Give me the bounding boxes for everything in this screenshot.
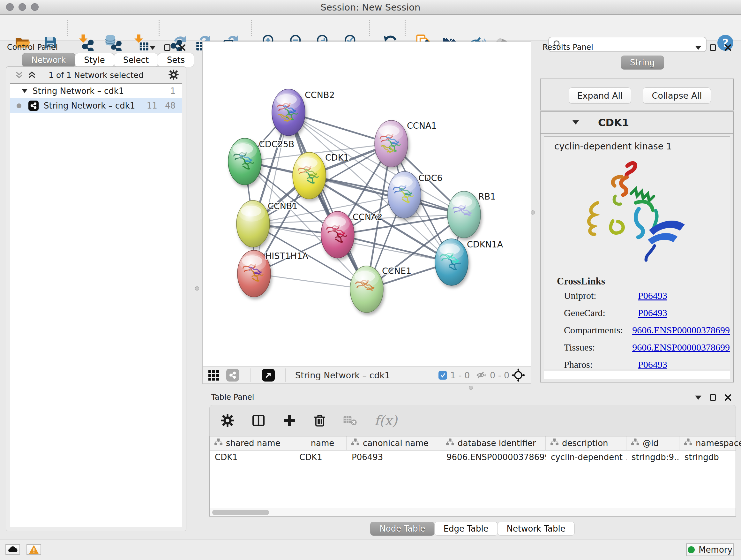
tab-network-table[interactable]: Network Table [497,522,575,536]
crosslink-row: GeneCard:P06493 [564,307,730,318]
selected-checkbox[interactable] [439,369,447,381]
node-CDKN1A[interactable] [435,239,468,286]
column-header-shared-name[interactable]: shared name [210,436,294,450]
tab-network[interactable]: Network [22,53,75,67]
tab-select[interactable]: Select [114,53,158,67]
cloud-button[interactable] [5,544,20,555]
node-label-CCNB1: CCNB1 [268,201,298,211]
crosslink-value-link[interactable]: 9606.ENSP00000378699 [632,342,730,353]
selected-count: 1 - 0 [450,370,470,380]
node-label-CDC6: CDC6 [418,173,443,183]
show-columns-icon[interactable] [251,414,266,428]
panel-menu-icon[interactable] [695,46,701,50]
float-panel-icon[interactable] [164,44,171,51]
float-panel-icon[interactable] [710,394,716,401]
crosslink-value-link[interactable]: P06493 [638,307,667,318]
function-builder-icon[interactable]: f(x) [374,413,397,428]
column-header-canonical-name[interactable]: canonical name [347,436,441,450]
gear-icon[interactable] [168,69,179,80]
table-cell: CDK1 [210,450,294,464]
close-panel-icon[interactable] [179,44,186,51]
edge-CCNB2-HIST1H1A[interactable] [254,112,288,273]
hidden-eye-icon[interactable] [476,369,487,381]
column-header--id[interactable]: @id [626,436,679,450]
crosslink-row: Pharos:P06493 [564,359,730,369]
tab-node-table[interactable]: Node Table [370,522,434,536]
warning-button[interactable] [26,544,41,555]
collection-expand-icon[interactable] [22,89,27,93]
expand-all-button[interactable]: Expand All [569,87,631,104]
table-cell: P06493 [347,450,441,464]
network-row-selected[interactable]: String Network – cdk1 11 48 [10,98,182,113]
tab-style[interactable]: Style [75,53,114,67]
crosslink-row: Tissues:9606.ENSP00000378699 [564,342,730,353]
table-settings-gear-icon[interactable] [220,414,234,428]
tab-string[interactable]: String [621,56,664,70]
splitter-handle[interactable] [195,287,199,291]
network-graph[interactable]: CCNB2CCNA1CDC25BCDK1CDC6RB1CCNB1CCNA2CDK… [203,42,531,366]
protein-entry-header[interactable]: CDK1 [541,112,733,134]
network-list: String Network – cdk1 1 String Network –… [10,83,182,527]
birds-eye-view-icon[interactable] [262,369,275,381]
tab-edge-table[interactable]: Edge Table [434,522,498,536]
table-tabs: Node TableEdge TableNetwork Table [207,522,738,536]
column-header-database-identifier[interactable]: database identifier [441,436,546,450]
node-CDK1[interactable] [293,152,326,199]
splitter-handle[interactable] [531,210,535,214]
table-row[interactable]: CDK1CDK1P064939606.ENSP00000378699cyclin… [210,450,736,464]
crosslink-value-link[interactable]: 9606.ENSP00000378699 [632,325,730,335]
node-CCNE1[interactable] [350,266,383,313]
node-CCNB2[interactable] [272,89,305,136]
float-panel-icon[interactable] [710,44,716,51]
column-header-namespace[interactable]: namespace [679,436,741,450]
network-type-icon [28,101,39,111]
node-CDC25B[interactable] [228,138,261,185]
panel-menu-icon[interactable] [149,46,156,50]
crosslink-row: Uniprot:P06493 [564,290,730,301]
network-collection-row[interactable]: String Network – cdk1 1 [10,84,182,98]
crosslink-label: GeneCard: [564,307,638,318]
nodes-layer[interactable] [228,89,481,313]
crosslink-label: Uniprot: [564,290,638,301]
node-CCNA2[interactable] [321,211,354,258]
memory-button[interactable]: Memory [686,543,734,556]
entry-expand-icon[interactable] [572,120,579,125]
scrollbar-thumb[interactable] [212,510,269,515]
collection-count: 1 [170,86,176,96]
network-view[interactable]: CCNB2CCNA1CDC25BCDK1CDC6RB1CCNB1CCNA2CDK… [202,42,531,384]
toolbar-separator [250,368,251,382]
column-header-name[interactable]: name [294,436,347,450]
panel-menu-icon[interactable] [695,395,701,400]
node-CCNA1[interactable] [375,120,408,167]
hidden-count: 0 - 0 [490,370,509,380]
crosslink-value-link[interactable]: P06493 [638,290,667,301]
column-header-description[interactable]: description [546,436,626,450]
node-CDC6[interactable] [388,172,421,218]
node-label-CDC25B: CDC25B [259,139,294,149]
crosslink-value-link[interactable]: P06493 [638,359,667,369]
network-view-mode-icon[interactable] [226,369,239,381]
edge-HIST1H1A-CCNE1[interactable] [254,273,367,289]
edge-CCNB2-CCNE1[interactable] [288,112,367,289]
node-CCNB1[interactable] [237,200,270,247]
node-RB1[interactable] [448,191,481,238]
collapse-all-button[interactable]: Collapse All [643,87,711,104]
control-panel: Control Panel NetworkStyleSelectSets 1 o… [3,42,190,533]
edge-CCNA2-CDKN1A[interactable] [338,235,452,262]
close-panel-icon[interactable] [724,394,731,401]
shared-column-icon [684,438,692,448]
memory-label: Memory [698,545,732,555]
node-label-CCNA1: CCNA1 [407,121,437,131]
splitter-handle[interactable] [469,386,473,390]
delete-table-icon[interactable] [343,414,358,427]
crosslinks-list: Uniprot:P06493GeneCard:P06493Compartment… [544,290,730,369]
grid-view-icon[interactable] [208,369,219,381]
tab-sets[interactable]: Sets [158,53,194,67]
pan-crosshair-icon[interactable] [512,369,525,381]
close-panel-icon[interactable] [724,44,731,51]
delete-column-icon[interactable] [313,413,327,428]
control-panel-title: Control Panel [7,43,58,52]
crosslinks-heading: CrossLinks [557,275,730,287]
table-cell: stringdb [679,450,741,464]
add-column-icon[interactable] [282,414,296,428]
